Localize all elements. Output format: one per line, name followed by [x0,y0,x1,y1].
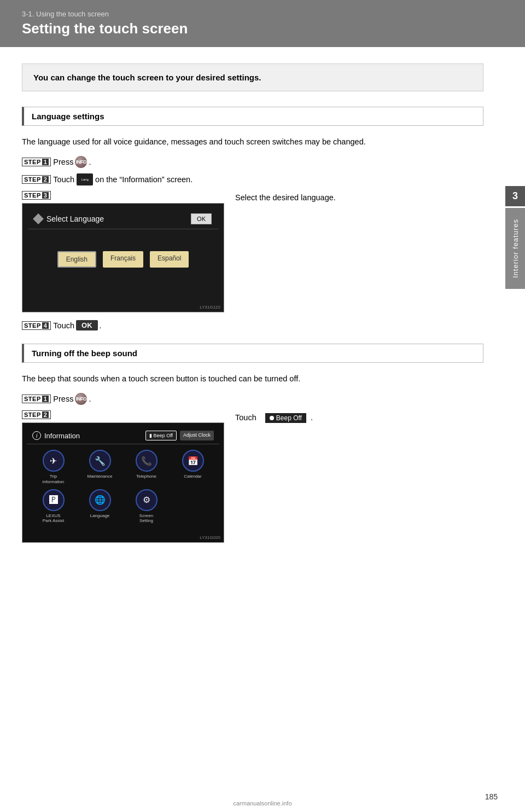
step-num-3: 3 [42,192,49,199]
icon-lexus-park[interactable]: 🅿 LEXUSPark Assist [32,489,74,524]
info-screen-buttons: ▮ Beep Off Adjust Clock [145,431,214,440]
info-btn-s2: INFO [75,393,87,405]
step1-4-line: STEP 4 Touch OK . [22,320,483,330]
section1-body: The language used for all voice guidance… [22,136,483,148]
info-screen-title: i Information [32,431,80,440]
step2-2-screen-wrapper: STEP 2 i Information ▮ Beep Off Adjust C… [22,410,224,543]
trip-icon: ✈ [43,450,65,472]
icon-screen-setting[interactable]: ⚙ ScreenSetting [125,489,167,524]
beep-off-display-btn: Beep Off [265,413,307,424]
page-number: 185 [485,792,498,801]
section2-body: The beep that sounds when a touch screen… [22,373,483,385]
slang-spanish[interactable]: Español [150,251,189,268]
lexus-park-icon: 🅿 [43,489,65,511]
telephone-icon: 📞 [136,450,158,472]
info-box: You can change the touch screen to your … [22,63,483,91]
step-num-4: 4 [42,322,49,329]
step1-1-period: . [89,158,91,166]
step1-3-badge: STEP 3 [22,191,51,200]
step1-3-screen-wrapper: STEP 3 Select Language OK English França… [22,191,224,312]
info-screen: i Information ▮ Beep Off Adjust Clock ✈ … [22,422,224,543]
adjust-clock-btn[interactable]: Adjust Clock [180,431,214,440]
step1-4-period: . [100,321,102,330]
step2-1-text: Press [53,395,73,403]
step-word-3: STEP [24,192,41,199]
step2-1-period: . [89,395,91,403]
step1-2-badge: STEP 2 [22,175,51,184]
step-num-s2-1: 1 [42,396,49,402]
step-word-2: STEP [24,176,41,183]
language-label: Language [90,513,110,519]
step2-1-line: STEP 1 Press INFO . [22,393,483,405]
screen-setting-label: ScreenSetting [139,513,153,524]
trip-label: Tripinformation [43,474,65,484]
section1-header: Language settings [22,107,483,126]
info-circle-icon: i [32,431,41,440]
step1-1-text: Press [53,158,73,166]
page-header: 3-1. Using the touch screen Setting the … [0,0,525,47]
step1-3-caption: Select the desired language. [235,191,483,202]
ok-button[interactable]: OK [76,320,98,330]
maintenance-icon: 🔧 [89,450,111,472]
step1-3-badge-line: STEP 3 [22,191,224,200]
slang-french[interactable]: Français [103,251,143,268]
step1-1-line: STEP 1 Press INFO . [22,156,483,168]
beep-off-btn[interactable]: ▮ Beep Off [145,431,177,440]
step2-2-container: STEP 2 i Information ▮ Beep Off Adjust C… [22,410,483,543]
select-lang-screen: Select Language OK English Français Espa… [22,203,224,312]
step2-2-caption-text: Touch [235,413,256,422]
slang-diamond-icon [33,213,44,224]
icon-language[interactable]: 🌐 Language [79,489,121,524]
footer-watermark: carmanualsonline.info [233,800,291,807]
language-nav-icon: 🌐 [89,489,111,511]
step-num: 1 [42,159,49,165]
slang-body: English Français Español [28,229,218,276]
step-word-s2-2: STEP [24,411,41,418]
info-button-icon: INFO [75,156,87,168]
slang-title: Select Language [34,214,104,223]
screen-setting-icon: ⚙ [136,489,158,511]
slang-ok-btn[interactable]: OK [191,213,212,224]
step-num-2: 2 [42,176,49,183]
sidebar-tab-label: Interior features [511,219,520,278]
telephone-label: Telephone [136,474,156,479]
step1-2-line: STEP 2 Touch Lang on the “Information” s… [22,173,483,185]
sidebar-number: 3 [505,186,525,206]
info-icons-grid: ✈ Tripinformation 🔧 Maintenance 📞 Teleph… [27,444,219,529]
step1-3-container: STEP 3 Select Language OK English França… [22,191,483,312]
language-icon: Lang [77,173,93,185]
calendar-label: Calendar [184,474,201,479]
step-word-4: STEP [24,322,41,329]
step2-1-badge: STEP 1 [22,395,51,403]
slang-header: Select Language OK [28,209,218,229]
icon-telephone[interactable]: 📞 Telephone [125,450,167,484]
section2-header: Turning off the beep sound [22,344,483,363]
icon-calendar[interactable]: 📅 Calendar [172,450,214,484]
beep-dot-icon [270,416,274,420]
sidebar-tab: Interior features [505,208,525,289]
step-word-s2-1: STEP [24,396,41,402]
step-word: STEP [24,159,41,165]
step2-2-badge-line: STEP 2 [22,410,224,419]
screen-watermark-1: LY31G122 [200,305,220,310]
calendar-icon: 📅 [182,450,204,472]
slang-title-text: Select Language [46,214,104,223]
step1-4-badge: STEP 4 [22,321,51,330]
step2-2-caption: Touch Beep Off . [235,410,483,424]
info-screen-header: i Information ▮ Beep Off Adjust Clock [27,427,219,444]
slang-english[interactable]: English [57,251,96,268]
maintenance-label: Maintenance [88,474,113,479]
screen-watermark-2: LY31G020 [200,535,220,540]
main-content: You can change the touch screen to your … [0,47,505,567]
step-num-s2-2: 2 [42,411,49,418]
info-title-text: Information [44,432,80,440]
step1-1-badge: STEP 1 [22,158,51,166]
icon-maintenance[interactable]: 🔧 Maintenance [79,450,121,484]
header-subtitle: 3-1. Using the touch screen [22,10,503,18]
step1-4-text: Touch [53,321,74,330]
step1-2-suffix: on the “Information” screen. [95,175,192,184]
header-title: Setting the touch screen [22,20,503,37]
step2-2-badge: STEP 2 [22,410,51,419]
lexus-park-label: LEXUSPark Assist [43,513,65,524]
icon-trip[interactable]: ✈ Tripinformation [32,450,74,484]
